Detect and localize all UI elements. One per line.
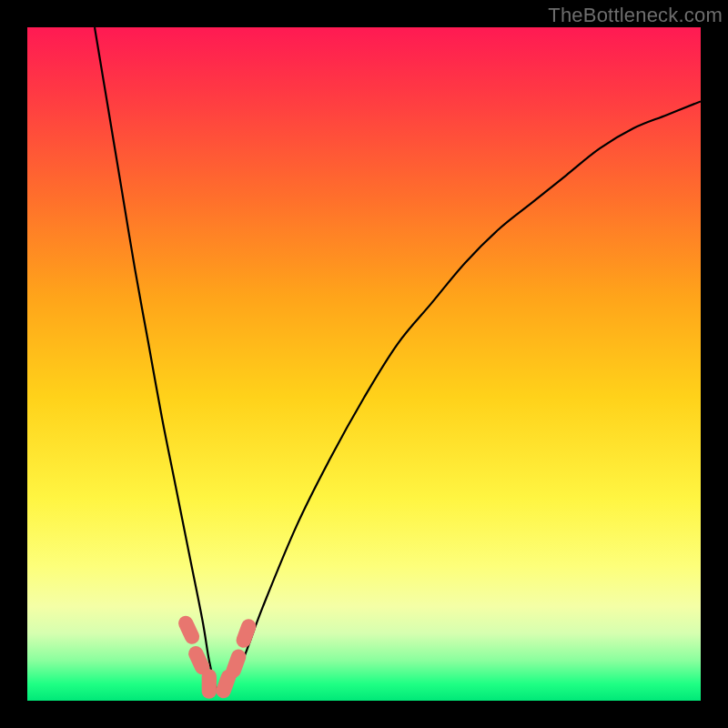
chart-frame bbox=[27, 27, 701, 701]
bottleneck-chart bbox=[27, 27, 701, 701]
watermark-text: TheBottleneck.com bbox=[548, 4, 723, 27]
gradient-background bbox=[27, 27, 701, 701]
svg-rect-2 bbox=[202, 669, 217, 699]
curve-marker bbox=[202, 669, 217, 699]
